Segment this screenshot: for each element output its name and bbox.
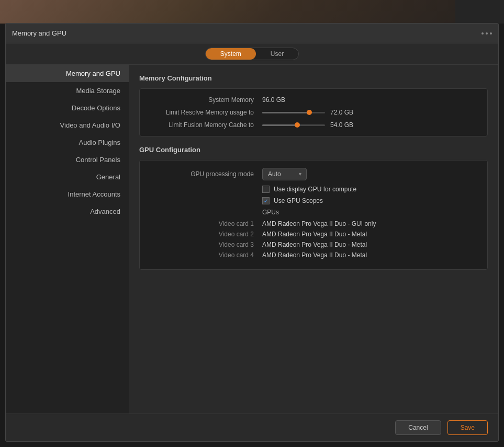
gpu-section-title: GPU Configuration bbox=[139, 146, 488, 154]
main-dialog: Memory and GPU System User Memory and GP… bbox=[5, 23, 499, 442]
sidebar: Memory and GPU Media Storage Decode Opti… bbox=[6, 65, 129, 414]
gpu-mode-select[interactable]: Auto CUDA OpenCL Metal bbox=[262, 168, 307, 180]
video-card-4-label: Video card 4 bbox=[149, 251, 254, 259]
sidebar-item-video-audio-io[interactable]: Video and Audio I/O bbox=[6, 117, 129, 134]
fusion-memory-slider-container: 54.0 GB bbox=[262, 121, 353, 129]
memory-section-title: Memory Configuration bbox=[139, 74, 488, 82]
sidebar-item-memory-and-gpu[interactable]: Memory and GPU bbox=[6, 65, 129, 82]
fusion-memory-thumb[interactable] bbox=[295, 122, 300, 128]
resolve-memory-slider-container: 72.0 GB bbox=[262, 109, 353, 116]
fusion-memory-track[interactable] bbox=[262, 124, 325, 126]
sidebar-item-audio-plugins[interactable]: Audio Plugins bbox=[6, 134, 129, 151]
video-card-3-row: Video card 3 AMD Radeon Pro Vega II Duo … bbox=[149, 241, 478, 248]
gpu-mode-select-wrapper[interactable]: Auto CUDA OpenCL Metal bbox=[262, 168, 307, 180]
tab-bar: System User bbox=[6, 43, 498, 65]
dialog-footer: Cancel Save bbox=[6, 414, 498, 441]
gpu-scopes-row[interactable]: Use GPU Scopes bbox=[262, 197, 478, 204]
tab-container: System User bbox=[205, 48, 299, 60]
sidebar-item-decode-options[interactable]: Decode Options bbox=[6, 99, 129, 117]
resolve-memory-fill bbox=[262, 112, 309, 113]
dialog-title: Memory and GPU bbox=[12, 29, 66, 37]
video-card-2-value: AMD Radeon Pro Vega II Duo - Metal bbox=[262, 231, 367, 238]
video-card-3-label: Video card 3 bbox=[149, 241, 254, 248]
video-card-1-row: Video card 1 AMD Radeon Pro Vega II Duo … bbox=[149, 220, 478, 227]
gpus-header: GPUs bbox=[262, 209, 478, 216]
gpu-scopes-label: Use GPU Scopes bbox=[274, 197, 323, 204]
background-face bbox=[0, 0, 455, 24]
gpu-processing-mode-row: GPU processing mode Auto CUDA OpenCL Met… bbox=[149, 168, 478, 180]
gpu-config-box: GPU processing mode Auto CUDA OpenCL Met… bbox=[139, 160, 488, 270]
display-gpu-label: Use display GPU for compute bbox=[274, 186, 356, 193]
video-card-3-value: AMD Radeon Pro Vega II Duo - Metal bbox=[262, 241, 367, 248]
fusion-memory-label: Limit Fusion Memory Cache to bbox=[149, 121, 254, 129]
sidebar-item-general[interactable]: General bbox=[6, 168, 129, 186]
dialog-menu-dots[interactable] bbox=[481, 32, 492, 35]
sidebar-item-internet-accounts[interactable]: Internet Accounts bbox=[6, 186, 129, 203]
video-card-2-row: Video card 2 AMD Radeon Pro Vega II Duo … bbox=[149, 231, 478, 238]
system-memory-label: System Memory bbox=[149, 96, 254, 104]
dialog-body: Memory and GPU Media Storage Decode Opti… bbox=[6, 65, 498, 414]
display-gpu-row[interactable]: Use display GPU for compute bbox=[262, 186, 478, 193]
dialog-titlebar: Memory and GPU bbox=[6, 24, 498, 43]
video-card-1-label: Video card 1 bbox=[149, 220, 254, 227]
display-gpu-checkbox[interactable] bbox=[262, 186, 270, 193]
main-panel: Memory Configuration System Memory 96.0 … bbox=[129, 65, 498, 414]
sidebar-item-control-panels[interactable]: Control Panels bbox=[6, 151, 129, 168]
memory-config-box: System Memory 96.0 GB Limit Resolve Memo… bbox=[139, 88, 488, 136]
fusion-memory-row: Limit Fusion Memory Cache to 54.0 GB bbox=[149, 121, 478, 129]
system-memory-row: System Memory 96.0 GB bbox=[149, 96, 478, 104]
fusion-memory-value: 54.0 GB bbox=[330, 121, 353, 129]
sidebar-item-media-storage[interactable]: Media Storage bbox=[6, 82, 129, 99]
video-card-2-label: Video card 2 bbox=[149, 231, 254, 238]
fusion-memory-fill bbox=[262, 124, 297, 126]
video-card-1-value: AMD Radeon Pro Vega II Duo - GUI only bbox=[262, 220, 376, 227]
system-memory-value: 96.0 GB bbox=[262, 96, 285, 104]
resolve-memory-label: Limit Resolve Memory usage to bbox=[149, 109, 254, 116]
sidebar-item-advanced[interactable]: Advanced bbox=[6, 203, 129, 220]
background-right bbox=[455, 0, 504, 24]
tab-system[interactable]: System bbox=[206, 48, 256, 60]
resolve-memory-row: Limit Resolve Memory usage to 72.0 GB bbox=[149, 109, 478, 116]
gpu-scopes-checkbox[interactable] bbox=[262, 197, 270, 204]
video-card-4-value: AMD Radeon Pro Vega II Duo - Metal bbox=[262, 251, 367, 259]
video-card-4-row: Video card 4 AMD Radeon Pro Vega II Duo … bbox=[149, 251, 478, 259]
cancel-button[interactable]: Cancel bbox=[395, 420, 441, 435]
tab-user[interactable]: User bbox=[256, 48, 298, 60]
gpu-processing-mode-label: GPU processing mode bbox=[149, 170, 254, 178]
resolve-memory-value: 72.0 GB bbox=[330, 109, 353, 116]
save-button[interactable]: Save bbox=[447, 420, 488, 435]
resolve-memory-thumb[interactable] bbox=[307, 110, 312, 115]
resolve-memory-track[interactable] bbox=[262, 112, 325, 113]
